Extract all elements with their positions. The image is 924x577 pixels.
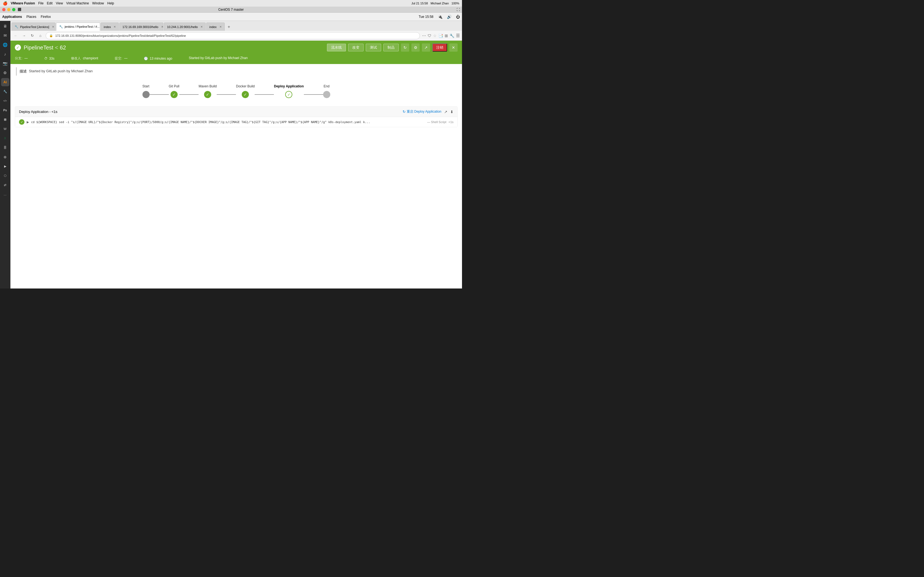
sidebar-icon-ai[interactable]: Ai — [1, 78, 9, 86]
vm-title: CentOS 7 master — [218, 8, 244, 11]
tab-close-1[interactable]: ✕ — [52, 25, 54, 28]
more-options-icon[interactable]: ⋯ — [422, 34, 426, 38]
external-link-btn[interactable]: ↗ — [422, 44, 430, 52]
home-btn[interactable]: ⌂ — [37, 33, 44, 39]
tab-pipeline-test-jenkins[interactable]: 🔧 PipelineTest [Jenkins] ✕ — [11, 23, 55, 31]
tab-hello-1[interactable]: 172.16.69.169:30010/hello ✕ — [120, 23, 163, 31]
sidebar-icon-mail[interactable]: ✉ — [1, 31, 9, 40]
tab-hello-2[interactable]: 10.244.1.20:9001/hello ✕ — [164, 23, 206, 31]
deploy-title: Deploy Application - <1s — [19, 110, 58, 114]
stage-gitpull[interactable]: Git Pull ✓ — [169, 84, 179, 98]
tab-label-2: jenkins / PipelineTest / #... — [65, 25, 100, 28]
sidebar-icon-photos[interactable]: 📷 — [1, 60, 9, 68]
sidebar-icon-db[interactable]: 🗄 — [1, 143, 9, 152]
forward-btn[interactable]: → — [21, 33, 27, 39]
stage-maven[interactable]: Maven Build ✓ — [199, 84, 217, 98]
stage-end[interactable]: End — [323, 84, 330, 98]
fullscreen-icon[interactable]: ⛶ — [457, 8, 460, 11]
app-menubar-firefox[interactable]: Firefox — [41, 15, 51, 19]
pipeline-name-text: PipelineTest — [24, 45, 53, 51]
tab-index-2[interactable]: index ✕ — [206, 23, 225, 31]
firefox-menu-icon[interactable]: ☰ — [456, 33, 460, 38]
sidebar-icon-code[interactable]: </> — [1, 97, 9, 105]
stage-docker[interactable]: Docker Build ✓ — [236, 84, 255, 98]
changes-tab-btn[interactable]: 改变 — [348, 44, 363, 52]
tab-label-6: index — [209, 25, 216, 29]
stage-deploy[interactable]: Deploy Application ✓ — [274, 84, 304, 98]
close-pipeline-btn[interactable]: ✕ — [449, 44, 457, 52]
close-window-btn[interactable] — [2, 8, 5, 11]
logout-btn[interactable]: 注销 — [432, 44, 447, 52]
shield-icon[interactable]: 🛡 — [428, 34, 431, 38]
download-deploy-icon[interactable]: ⬇ — [450, 110, 454, 114]
duration-value: 33s — [49, 56, 55, 60]
artifact-tab-btn[interactable]: 制品 — [383, 44, 399, 52]
app-menubar-places[interactable]: Places — [26, 15, 36, 19]
devtools-icon[interactable]: 🔧 — [450, 34, 454, 38]
replay-deploy-btn[interactable]: ↻ 重启 Deploy Application — [402, 110, 441, 114]
sidebar-icon-music[interactable]: ♪ — [1, 50, 9, 58]
back-btn[interactable]: ← — [13, 33, 19, 39]
tab-icon-2: 🔧 — [59, 25, 63, 29]
tab-close-5[interactable]: ✕ — [200, 25, 203, 28]
stage-start[interactable]: Start — [142, 84, 150, 98]
stage-docker-label: Docker Build — [236, 84, 255, 88]
sidebar-icon-browser[interactable]: 🌐 — [1, 41, 9, 49]
menu-window[interactable]: Window — [92, 2, 104, 5]
sidebar-icon-finder[interactable]: 🖥 — [1, 22, 9, 30]
network-icon[interactable]: 🔌 — [438, 15, 443, 19]
stage-docker-check: ✓ — [244, 92, 247, 97]
sidebar-icon-settings[interactable]: ⚙ — [1, 69, 9, 77]
sidebar-icon-excel[interactable]: X — [1, 134, 9, 142]
sidebar-icon-dev[interactable]: ⬡ — [1, 171, 9, 180]
sidebar-icon-sync[interactable]: ⇄ — [1, 181, 9, 189]
connector-4 — [255, 94, 274, 95]
tab-close-4[interactable]: ✕ — [161, 25, 163, 28]
reload-btn[interactable]: ↻ — [29, 33, 35, 39]
menu-edit[interactable]: Edit — [47, 2, 53, 5]
connector-1 — [150, 94, 169, 95]
layout-icon[interactable]: ⊞ — [445, 34, 448, 38]
sidebar-icon-pixel[interactable]: ⊞ — [1, 115, 9, 124]
bookmarks-panel-icon[interactable]: 📑 — [438, 34, 443, 38]
menu-file[interactable]: File — [38, 2, 44, 5]
app-name[interactable]: VMware Fusion — [11, 2, 35, 5]
minimize-window-btn[interactable] — [7, 8, 10, 11]
bookmark-icon[interactable]: ☆ — [433, 34, 437, 38]
sidebar-icon-tools[interactable]: 🔧 — [1, 87, 9, 96]
apple-menu-icon[interactable]: 🍎 — [3, 1, 7, 5]
menu-vm[interactable]: Virtual Machine — [66, 2, 89, 5]
tab-index-1[interactable]: index ✕ — [101, 23, 119, 31]
time-ago: 13 minutes ago — [150, 56, 172, 60]
volume-icon[interactable]: 🔊 — [447, 15, 452, 19]
duration-icon: ⏱ — [44, 56, 48, 60]
pipeline-tab-btn[interactable]: 流水线 — [327, 44, 346, 52]
power-icon[interactable]: ⏻ — [456, 15, 460, 19]
address-bar[interactable]: 🔒 172.16.69.131:8080/jenkins/blue/organi… — [46, 32, 420, 39]
test-tab-btn[interactable]: 测试 — [366, 44, 381, 52]
battery-icon: 100% — [452, 2, 459, 5]
stage-deploy-label: Deploy Application — [274, 84, 304, 88]
sidebar-icon-misc[interactable]: … — [1, 190, 9, 198]
sidebar-icon-ps[interactable]: Ps — [1, 106, 9, 114]
maximize-window-btn[interactable] — [12, 8, 15, 11]
refresh-btn[interactable]: ↻ — [401, 44, 409, 52]
menu-help[interactable]: Help — [107, 2, 114, 5]
started-by: Started by GitLab push by Michael Zhan — [189, 56, 248, 60]
deploy-step-time: <1s — [449, 120, 454, 124]
new-tab-btn[interactable]: + — [225, 23, 233, 31]
sidebar-icon-terminal[interactable]: ▶ — [1, 162, 9, 170]
tab-close-3[interactable]: ✕ — [113, 25, 116, 28]
tab-jenkins-pipeline-active[interactable]: 🔧 jenkins / PipelineTest / #... ✕ — [56, 23, 100, 31]
menu-view[interactable]: View — [56, 2, 63, 5]
pipeline-title: PipelineTest < 62 — [24, 45, 66, 51]
external-link-deploy-icon[interactable]: ↗ — [444, 110, 447, 114]
pipeline-stages-diagram: Start Git Pull ✓ Maven Build ✓ — [10, 79, 462, 103]
deploy-step-row[interactable]: ✓ ▶ cd ${WORKSPACE} sed -i "s/{IMAGE_URL… — [15, 117, 457, 127]
tab-close-6[interactable]: ✕ — [220, 25, 222, 28]
deploy-expand-arrow[interactable]: ▶ — [27, 120, 29, 124]
sidebar-icon-word[interactable]: W — [1, 125, 9, 133]
app-menubar-applications[interactable]: Applications — [2, 15, 22, 19]
settings-btn[interactable]: ⚙ — [411, 44, 420, 52]
sidebar-icon-github[interactable]: ⊛ — [1, 153, 9, 161]
